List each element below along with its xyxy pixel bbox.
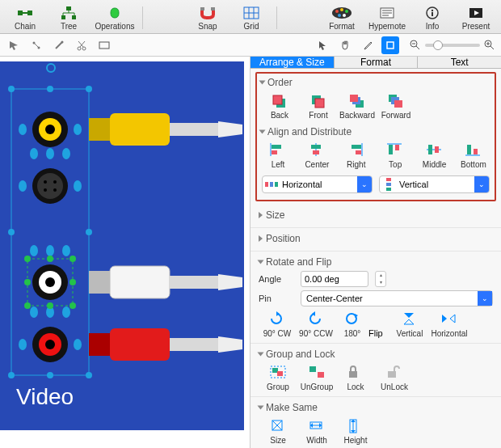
svg-point-69 <box>62 306 70 318</box>
scissors-tool[interactable] <box>73 36 91 54</box>
svg-rect-128 <box>352 145 361 149</box>
grid-button[interactable]: Grid <box>229 4 273 31</box>
format-button[interactable]: Format <box>320 4 364 31</box>
canvas-label: Video <box>16 384 74 409</box>
rect-tool[interactable] <box>95 36 113 54</box>
tree-button[interactable]: Tree <box>47 4 91 31</box>
svg-point-57 <box>86 229 92 235</box>
grid-label: Grid <box>244 22 259 31</box>
svg-point-37 <box>82 47 86 50</box>
hypernote-button[interactable]: Hypernote <box>364 4 410 31</box>
tab-format[interactable]: Format <box>335 57 419 68</box>
svg-rect-144 <box>386 188 391 191</box>
edit-tool[interactable] <box>27 36 45 54</box>
dist-v-icon <box>380 178 398 191</box>
svg-point-98 <box>45 340 55 349</box>
tree-label: Tree <box>61 22 77 31</box>
svg-rect-100 <box>110 113 170 146</box>
highlighted-region: Order Back Front Backward Forward Align … <box>255 72 496 201</box>
svg-rect-112 <box>273 95 282 104</box>
align-top-icon <box>386 142 404 158</box>
same-size-button[interactable]: Size <box>259 416 297 446</box>
svg-point-55 <box>86 86 92 92</box>
flip-v-button[interactable]: Vertical <box>391 310 428 340</box>
same-header[interactable]: Make Same <box>259 402 493 413</box>
align-center-button[interactable]: Center <box>299 141 335 171</box>
distribute-horizontal-select[interactable]: Horizontal ⌄ <box>262 175 373 193</box>
rotate-header[interactable]: Rotate and Flip <box>259 256 493 268</box>
canvas-content: Video <box>0 57 250 448</box>
pin-select[interactable]: Center-Center⌄ <box>301 290 493 306</box>
order-front-button[interactable]: Front <box>299 91 338 121</box>
angle-stepper[interactable]: ▴▾ <box>375 271 386 287</box>
present-button[interactable]: Present <box>454 4 498 31</box>
rotate-ccw-button[interactable]: 90° CCW <box>296 310 336 340</box>
align-header[interactable]: Align and Distribute <box>260 126 491 137</box>
rotate-180-button[interactable]: 180° <box>336 310 368 340</box>
svg-rect-117 <box>350 95 358 102</box>
hypernote-icon <box>376 4 398 22</box>
rotate-cw-button[interactable]: 90° CW <box>259 310 296 340</box>
dist-h-icon <box>263 179 280 190</box>
svg-point-74 <box>19 339 27 350</box>
chain-button[interactable]: Chain <box>3 4 47 31</box>
disclosure-icon <box>258 353 264 357</box>
zoom-in-icon[interactable] <box>483 39 496 52</box>
cursor-tool[interactable] <box>314 36 331 54</box>
size-section: Size <box>250 205 501 228</box>
front-icon <box>309 93 327 109</box>
position-header[interactable]: Position <box>259 233 493 244</box>
flip-h-button[interactable]: Horizontal <box>428 310 470 340</box>
align-bottom-button[interactable]: Bottom <box>456 141 491 171</box>
distribute-vertical-select[interactable]: Vertical ⌄ <box>379 175 490 193</box>
order-back-button[interactable]: Back <box>260 91 299 121</box>
crop-tool[interactable] <box>381 36 399 54</box>
lock-button[interactable]: Lock <box>336 363 375 393</box>
group-header[interactable]: Group and Lock <box>259 349 493 360</box>
zoom-slider[interactable] <box>425 44 480 47</box>
svg-point-19 <box>345 10 348 13</box>
snap-button[interactable]: Snap <box>186 4 229 31</box>
svg-rect-143 <box>386 183 391 186</box>
zoom-out-icon[interactable] <box>409 39 422 52</box>
chevron-icon: ⌄ <box>478 291 492 306</box>
tree-icon <box>57 4 80 22</box>
eyedropper-tool[interactable] <box>359 36 377 54</box>
wand-tool[interactable] <box>50 36 68 54</box>
rotate-section: Rotate and Flip Angle 0.00 deg ▴▾ Pin Ce… <box>250 251 501 344</box>
align-top-button[interactable]: Top <box>377 141 413 171</box>
same-height-button[interactable]: Height <box>336 416 375 446</box>
size-header[interactable]: Size <box>259 209 493 221</box>
svg-point-64 <box>46 245 54 256</box>
order-header[interactable]: Order <box>260 77 491 88</box>
svg-point-17 <box>335 10 339 13</box>
svg-rect-3 <box>66 6 71 11</box>
same-width-button[interactable]: Width <box>297 416 336 446</box>
svg-point-70 <box>19 124 27 135</box>
hand-tool[interactable] <box>336 36 354 54</box>
svg-point-36 <box>78 47 81 50</box>
order-forward-button[interactable]: Forward <box>377 91 415 121</box>
format-icon <box>330 4 353 22</box>
unlock-button[interactable]: UnLock <box>375 363 414 393</box>
tab-text[interactable]: Text <box>418 57 501 68</box>
align-right-button[interactable]: Right <box>339 141 374 171</box>
svg-point-65 <box>30 245 38 256</box>
angle-input[interactable]: 0.00 deg <box>301 271 368 287</box>
align-bottom-icon <box>465 142 482 158</box>
svg-point-83 <box>47 302 53 309</box>
tab-arrange[interactable]: Arrange & Size <box>250 57 335 68</box>
operations-button[interactable]: Operations <box>91 4 139 31</box>
svg-rect-132 <box>395 145 399 150</box>
align-left-button[interactable]: Left <box>260 141 296 171</box>
order-backward-button[interactable]: Backward <box>338 91 377 121</box>
svg-point-78 <box>24 302 31 309</box>
info-button[interactable]: Info <box>410 4 454 31</box>
svg-point-91 <box>44 188 47 192</box>
group-button[interactable]: Group <box>259 363 297 393</box>
position-section: Position <box>250 228 501 251</box>
align-middle-button[interactable]: Middle <box>417 141 453 171</box>
canvas-area[interactable]: Video <box>0 57 250 448</box>
ungroup-button[interactable]: UnGroup <box>297 363 336 393</box>
arrow-tool[interactable] <box>5 36 23 54</box>
